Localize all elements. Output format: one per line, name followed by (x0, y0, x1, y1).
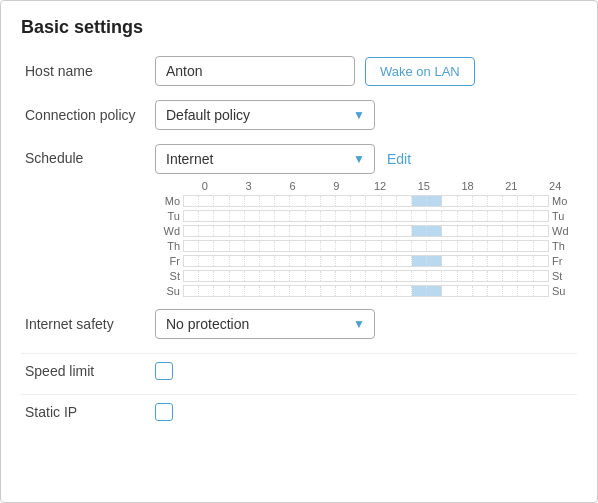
grid-row-st: St St (155, 269, 577, 283)
speed-limit-checkbox[interactable] (155, 362, 173, 380)
cell-st-21 (503, 271, 518, 281)
cell-fr-17 (442, 256, 457, 266)
cell-th-17 (442, 241, 457, 251)
schedule-select-wrap: Internet Custom ▼ (155, 144, 375, 174)
cell-st-22 (518, 271, 533, 281)
speed-limit-label: Speed limit (25, 363, 155, 379)
cell-su-23 (534, 286, 548, 296)
cell-wd-2 (214, 226, 229, 236)
cell-wd-13 (382, 226, 397, 236)
cell-th-20 (488, 241, 503, 251)
hour-15: 15 (402, 180, 446, 192)
cell-tu-19 (473, 211, 488, 221)
speed-limit-row: Speed limit (21, 362, 577, 380)
day-label-mo-right: Mo (549, 195, 577, 207)
divider-2 (21, 394, 577, 395)
cell-wd-11 (351, 226, 366, 236)
cell-fr-6 (275, 256, 290, 266)
cell-wd-17 (442, 226, 457, 236)
static-ip-controls (155, 403, 577, 421)
cell-fr-10 (336, 256, 351, 266)
connection-policy-select[interactable]: Default policy Custom policy (155, 100, 375, 130)
cell-mo-7 (290, 196, 305, 206)
cell-st-8 (306, 271, 321, 281)
cell-tu-4 (245, 211, 260, 221)
static-ip-checkbox[interactable] (155, 403, 173, 421)
cell-th-22 (518, 241, 533, 251)
cell-wd-20 (488, 226, 503, 236)
cell-su-21 (503, 286, 518, 296)
speed-limit-controls (155, 362, 577, 380)
day-label-th-right: Th (549, 240, 577, 252)
cell-fr-11 (351, 256, 366, 266)
cell-th-10 (336, 241, 351, 251)
cell-mo-21 (503, 196, 518, 206)
cell-th-2 (214, 241, 229, 251)
cell-th-5 (260, 241, 275, 251)
cell-su-13 (382, 286, 397, 296)
cell-th-21 (503, 241, 518, 251)
cell-mo-4 (245, 196, 260, 206)
internet-safety-row: Internet safety No protection Basic Stri… (21, 309, 577, 339)
cell-st-3 (230, 271, 245, 281)
schedule-select[interactable]: Internet Custom (155, 144, 375, 174)
cell-tu-9 (321, 211, 336, 221)
cell-fr-2 (214, 256, 229, 266)
cell-tu-23 (534, 211, 548, 221)
cell-st-4 (245, 271, 260, 281)
schedule-content: Internet Custom ▼ Edit 0 3 6 9 12 15 18 (155, 144, 577, 299)
cell-th-3 (230, 241, 245, 251)
cell-tu-20 (488, 211, 503, 221)
cell-mo-2 (214, 196, 229, 206)
cell-wd-18 (458, 226, 473, 236)
cell-fr-18 (458, 256, 473, 266)
internet-safety-controls: No protection Basic Strict ▼ (155, 309, 577, 339)
cell-su-16 (427, 286, 442, 296)
cell-th-1 (199, 241, 214, 251)
cell-su-3 (230, 286, 245, 296)
cell-su-11 (351, 286, 366, 296)
cell-th-11 (351, 241, 366, 251)
cell-fr-8 (306, 256, 321, 266)
cell-wd-6 (275, 226, 290, 236)
cell-th-14 (397, 241, 412, 251)
cell-mo-11 (351, 196, 366, 206)
cell-su-14 (397, 286, 412, 296)
cell-st-15 (412, 271, 427, 281)
cell-tu-18 (458, 211, 473, 221)
panel-title: Basic settings (21, 17, 577, 38)
cell-fr-16 (427, 256, 442, 266)
day-label-fr-right: Fr (549, 255, 577, 267)
cell-mo-10 (336, 196, 351, 206)
cell-su-15 (412, 286, 427, 296)
cell-st-0 (184, 271, 199, 281)
cell-tu-22 (518, 211, 533, 221)
hostname-input[interactable] (155, 56, 355, 86)
cell-fr-1 (199, 256, 214, 266)
schedule-edit-link[interactable]: Edit (387, 151, 411, 167)
wake-on-lan-button[interactable]: Wake on LAN (365, 57, 475, 86)
cell-wd-8 (306, 226, 321, 236)
cell-th-4 (245, 241, 260, 251)
cell-th-15 (412, 241, 427, 251)
hour-24: 24 (533, 180, 577, 192)
cell-fr-13 (382, 256, 397, 266)
cell-fr-4 (245, 256, 260, 266)
cell-wd-4 (245, 226, 260, 236)
cell-st-17 (442, 271, 457, 281)
cell-wd-14 (397, 226, 412, 236)
cell-fr-3 (230, 256, 245, 266)
cell-tu-14 (397, 211, 412, 221)
day-label-tu-right: Tu (549, 210, 577, 222)
cell-mo-23 (534, 196, 548, 206)
cell-mo-1 (199, 196, 214, 206)
day-label-th-left: Th (155, 240, 183, 252)
hostname-controls: Wake on LAN (155, 56, 577, 86)
cell-su-7 (290, 286, 305, 296)
cell-su-22 (518, 286, 533, 296)
schedule-grid: 0 3 6 9 12 15 18 21 24 Mo Mo (155, 180, 577, 298)
internet-safety-select[interactable]: No protection Basic Strict (155, 309, 375, 339)
internet-safety-select-wrap: No protection Basic Strict ▼ (155, 309, 375, 339)
grid-cells-wd (183, 225, 549, 237)
cell-fr-12 (366, 256, 381, 266)
